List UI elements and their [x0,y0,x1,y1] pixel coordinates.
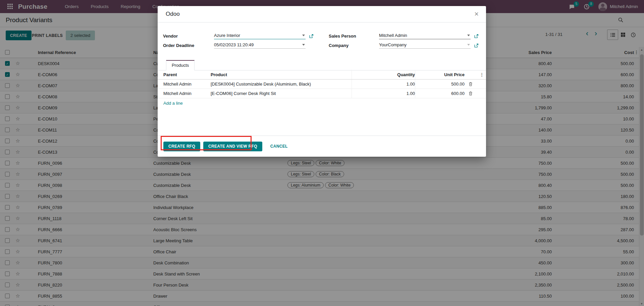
create-rfq-dialog: Odoo × Vendor Azure Interior Sales Per [158,6,486,157]
vendor-value[interactable]: Azure Interior [214,33,240,38]
dialog-footer: CREATE RFQ CREATE AND VIEW RFQ CANCEL [158,136,486,157]
order-deadline-field[interactable]: 05/02/2023 11:20:49 [214,42,314,49]
rfq-lines-table: Parent Product Quantity Unit Price ⋮ Mit… [158,70,486,98]
company-field[interactable]: YourCompany [379,42,479,49]
parent-header: Parent [158,72,211,77]
company-value[interactable]: YourCompany [379,42,407,47]
vendor-external-link-icon[interactable] [309,34,314,39]
optional-columns-icon[interactable]: ⋮ [480,72,484,77]
order-deadline-label: Order Deadline [163,43,214,48]
delete-line-button[interactable] [465,89,477,98]
rfq-line-row[interactable]: Mitchell Admin [E-COM06] Corner Desk Rig… [158,89,486,98]
sales-person-external-link-icon[interactable] [474,34,479,39]
rfq-table-header-row: Parent Product Quantity Unit Price ⋮ [158,70,486,80]
chevron-down-icon[interactable] [302,44,305,46]
parent-cell: Mitchell Admin [158,91,211,96]
unit-price-header: Unit Price [415,70,465,79]
trash-icon [469,91,473,96]
dialog-header: Odoo × [158,6,486,22]
rfq-line-row[interactable]: Mitchell Admin [DESK0004] Customizable D… [158,80,486,89]
unit-price-cell[interactable]: 500.00 [415,80,465,89]
tab-products[interactable]: Products [166,60,195,70]
chevron-down-icon[interactable] [467,35,470,36]
delete-line-button[interactable] [465,80,477,89]
cancel-button[interactable]: CANCEL [270,144,288,149]
product-header: Product [211,72,352,77]
add-a-line-link[interactable]: Add a line [163,101,183,106]
sales-person-value[interactable]: Mitchell Admin [379,33,407,38]
create-and-view-rfq-button[interactable]: CREATE AND VIEW RFQ [203,142,262,151]
product-cell[interactable]: [DESK0004] Customizable Desk (Aluminium,… [211,82,352,87]
trash-icon [469,82,473,86]
unit-price-cell[interactable]: 600.00 [415,89,465,98]
vendor-label: Vendor [163,34,214,39]
product-cell[interactable]: [E-COM06] Corner Desk Right Sit [211,91,352,96]
vendor-field[interactable]: Azure Interior [214,33,314,39]
dialog-tabs: Products [158,60,486,70]
sales-person-label: Sales Person [329,34,379,39]
quantity-cell[interactable]: 1.00 [352,89,415,98]
chevron-down-icon[interactable] [302,35,305,36]
sales-person-field[interactable]: Mitchell Admin [379,33,479,39]
parent-cell: Mitchell Admin [158,82,211,87]
order-deadline-value[interactable]: 05/02/2023 11:20:49 [214,42,254,47]
company-external-link-icon[interactable] [474,43,479,48]
screen: Purchase Orders Products Reporting Confi… [0,0,644,306]
dialog-fields: Vendor Azure Interior Sales Person Mitch… [163,33,479,49]
company-label: Company [329,43,379,48]
dialog-title: Odoo [166,11,180,17]
quantity-cell[interactable]: 1.00 [352,80,415,89]
close-icon[interactable]: × [474,10,479,18]
chevron-down-icon[interactable] [467,44,470,46]
quantity-header: Quantity [352,70,415,79]
create-rfq-button[interactable]: CREATE RFQ [163,142,200,151]
